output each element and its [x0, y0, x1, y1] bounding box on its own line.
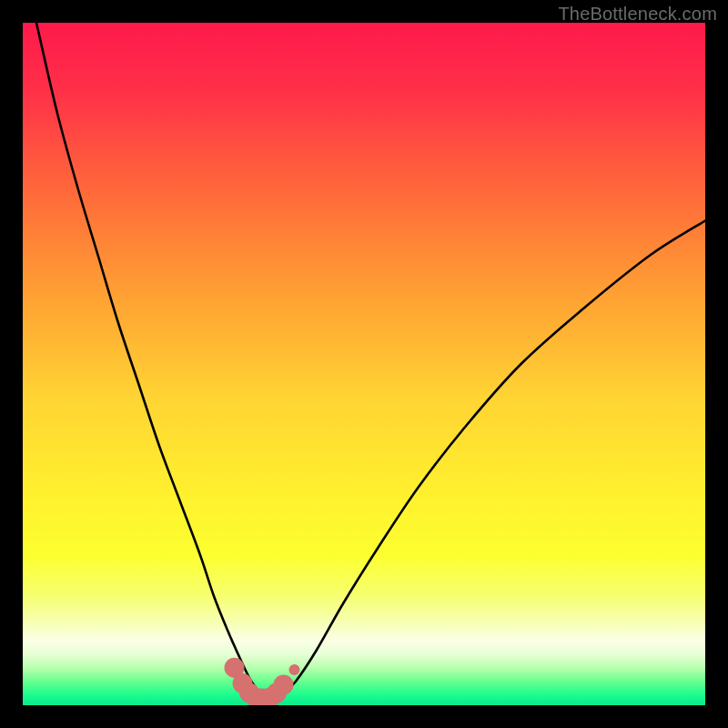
- valley-dots-group: [225, 658, 300, 705]
- bottleneck-curve-layer: [23, 23, 705, 705]
- valley-dot: [289, 664, 300, 675]
- chart-frame: [23, 23, 705, 705]
- valley-dot: [274, 675, 294, 695]
- bottleneck-curve: [36, 23, 705, 699]
- watermark-text: TheBottleneck.com: [558, 4, 717, 25]
